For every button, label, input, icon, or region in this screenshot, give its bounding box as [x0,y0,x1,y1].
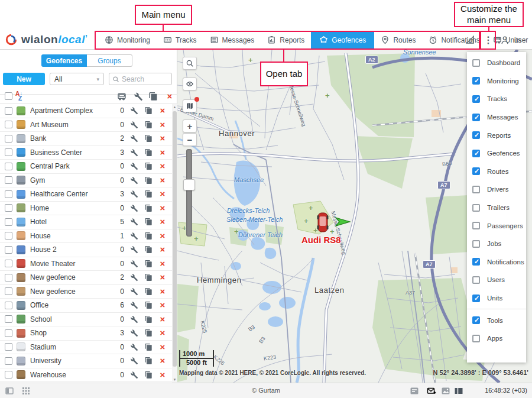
edit-column-icon[interactable] [134,92,143,101]
geofence-row[interactable]: Art Museum0× [0,118,172,132]
geofence-row[interactable]: Shop3× [0,326,172,341]
menu-item-messages[interactable]: Messages [467,108,526,127]
copy-icon[interactable] [144,148,153,157]
geofence-row[interactable]: Office6× [0,299,172,313]
row-checkbox[interactable] [5,329,12,337]
menu-item-jobs[interactable]: Jobs [467,235,526,253]
edit-icon[interactable] [130,315,138,323]
menu-checkbox[interactable] [472,186,480,193]
geofence-name[interactable]: Shop [30,329,109,337]
geofence-row[interactable]: New geofence2× [0,271,172,285]
select-all-checkbox[interactable] [5,92,12,100]
menu-checkbox[interactable] [472,150,480,157]
scrollbar-thumb[interactable] [173,111,177,367]
menu-checkbox[interactable] [472,222,480,229]
geofence-row[interactable]: House1× [0,229,172,244]
delete-icon[interactable]: × [158,204,167,212]
edit-icon[interactable] [130,245,138,254]
delete-icon[interactable]: × [158,357,167,365]
geofence-name[interactable]: Stadium [30,343,109,351]
edit-icon[interactable] [130,287,138,296]
delete-icon[interactable]: × [158,343,167,351]
row-checkbox[interactable] [5,190,12,198]
menu-checkbox[interactable] [472,77,480,85]
geofence-row[interactable]: Warehouse0× [0,368,172,383]
edit-icon[interactable] [130,106,138,115]
delete-icon[interactable]: × [158,106,167,115]
geofence-name[interactable]: Warehouse [30,371,109,379]
scroll-down-icon[interactable]: ▼ [172,377,177,383]
delete-icon[interactable]: × [158,148,167,157]
geofence-name[interactable]: Healthcare Center [30,190,109,198]
geofence-row[interactable]: Central Park0× [0,160,172,174]
copy-icon[interactable] [144,176,153,185]
geofence-name[interactable]: Office [30,301,109,309]
row-checkbox[interactable] [5,121,12,128]
tab-groups-list[interactable]: Groups [87,54,132,67]
copy-icon[interactable] [144,343,153,351]
layout-icon[interactable] [454,386,463,396]
filter-dropdown[interactable]: All ▾ [50,73,104,85]
row-checkbox[interactable] [5,107,12,115]
row-checkbox[interactable] [5,343,12,351]
copy-icon[interactable] [144,260,153,268]
row-checkbox[interactable] [5,357,12,365]
edit-icon[interactable] [130,329,138,337]
menu-item-passengers[interactable]: Passengers [467,216,526,235]
edit-icon[interactable] [130,218,138,226]
map-visibility-button[interactable] [183,77,197,90]
geofence-name[interactable]: House 2 [30,245,109,254]
geofence-row[interactable]: Movie Theater0× [0,257,172,271]
unit-name-label[interactable]: Audi RS8 [301,235,341,245]
menu-checkbox[interactable] [472,114,480,121]
edit-icon[interactable] [130,343,138,351]
copy-icon[interactable] [144,106,153,115]
menu-checkbox[interactable] [472,204,480,212]
menu-item-tracks[interactable]: Tracks [467,90,526,108]
row-checkbox[interactable] [5,315,12,323]
search-field[interactable] [109,73,172,85]
menu-item-apps[interactable]: Apps [467,329,526,348]
edit-icon[interactable] [130,148,138,157]
menu-checkbox[interactable] [472,335,480,342]
geofence-name[interactable]: Bank [30,134,109,143]
edit-icon[interactable] [130,176,138,185]
map-layers-button[interactable] [183,99,197,112]
geofence-name[interactable]: School [30,315,109,323]
row-checkbox[interactable] [5,371,12,378]
menu-item-monitoring[interactable]: Monitoring [467,72,526,90]
menu-item-drivers[interactable]: Drivers [467,180,526,199]
row-checkbox[interactable] [5,287,12,295]
copy-icon[interactable] [144,134,153,143]
menu-checkbox[interactable] [472,240,480,248]
menu-item-notifications[interactable]: Notifications [467,253,526,271]
tab-reports[interactable]: Reports [261,31,311,49]
menu-item-trailers[interactable]: Trailers [467,199,526,217]
delete-icon[interactable]: × [158,273,167,281]
edit-icon[interactable] [130,232,138,240]
menu-checkbox[interactable] [472,276,480,284]
menu-item-tools[interactable]: Tools [467,311,526,329]
copy-icon[interactable] [144,204,153,212]
geofence-row[interactable]: Stadium0× [0,341,172,355]
geofence-row[interactable]: Business Center3× [0,146,172,160]
copy-icon[interactable] [144,371,153,379]
delete-icon[interactable]: × [158,190,167,198]
zoom-slider-handle[interactable] [183,179,195,190]
row-checkbox[interactable] [5,246,12,254]
geofence-name[interactable]: New geofence [30,287,109,296]
delete-icon[interactable]: × [158,287,167,296]
tab-geofences-list[interactable]: Geofences [41,54,87,67]
new-message-icon[interactable] [427,386,436,396]
geofence-row[interactable]: New geofence0× [0,285,172,299]
geofence-row[interactable]: Hotel5× [0,215,172,229]
copy-icon[interactable] [144,232,153,240]
row-checkbox[interactable] [5,204,12,212]
row-checkbox[interactable] [5,232,12,240]
tab-tracks[interactable]: Tracks [157,31,203,49]
geofence-name[interactable]: Art Museum [30,121,109,129]
geofence-name[interactable]: House [30,232,109,240]
copy-icon[interactable] [144,121,153,129]
copy-icon[interactable] [144,329,153,337]
unit-car-marker[interactable] [316,212,330,233]
